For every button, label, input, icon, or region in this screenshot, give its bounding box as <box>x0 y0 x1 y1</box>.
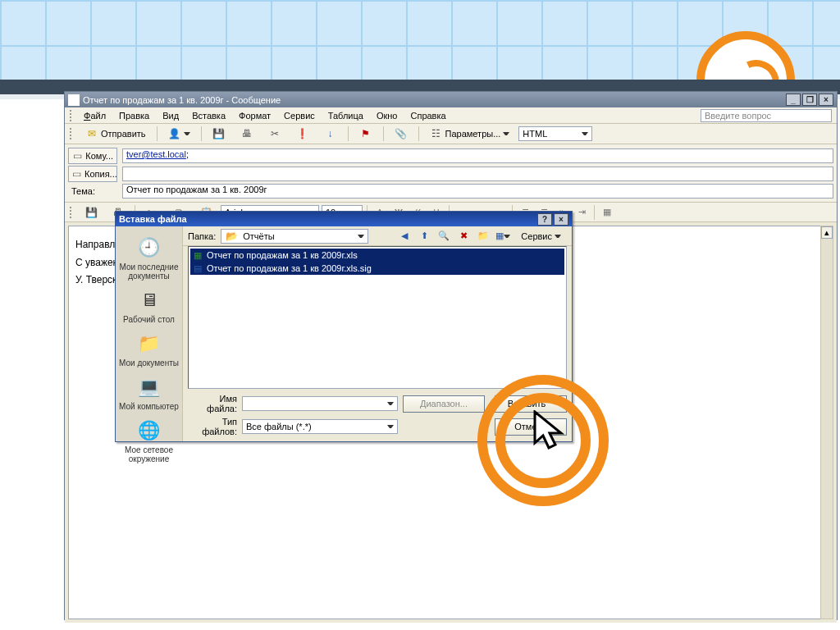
menu-insert[interactable]: Вставка <box>186 109 231 122</box>
menu-view[interactable]: Вид <box>157 109 185 122</box>
save-icon: 💾 <box>212 127 226 140</box>
filename-label: Имя файла: <box>188 394 237 413</box>
ask-question-input[interactable]: Введите вопрос <box>701 109 832 122</box>
close-button[interactable]: × <box>819 94 833 106</box>
menu-tools[interactable]: Сервис <box>278 109 321 122</box>
flag-icon: ⚑ <box>359 127 372 140</box>
places-desktop[interactable]: 🖥 Рабочий стол <box>117 284 181 326</box>
options-icon: ☷ <box>430 127 443 140</box>
menu-file[interactable]: Файл <box>78 109 112 122</box>
print-button[interactable]: 🖶 <box>235 126 259 142</box>
send-icon: ✉ <box>85 127 98 140</box>
window-title: Отчет по продажам за 1 кв. 2009г - Сообщ… <box>83 95 281 105</box>
menubar-grip[interactable] <box>70 110 73 121</box>
flag-button[interactable]: ⚑ <box>354 126 378 142</box>
save-button[interactable]: 💾 <box>207 126 231 142</box>
network-icon: 🌐 <box>136 418 162 444</box>
cc-button[interactable]: ▭Копия... <box>68 166 117 182</box>
book-icon: ▭ <box>72 167 81 180</box>
app-icon: ✉ <box>68 94 80 106</box>
cut-button[interactable]: ✂ <box>262 126 287 142</box>
book-icon: ▭ <box>72 149 82 162</box>
menubar: Файл Правка Вид Вставка Формат Сервис Та… <box>65 107 837 124</box>
insert-file-dialog: Вставка файла ? × 🕘 Мои последние докуме… <box>115 211 573 442</box>
cc-field[interactable] <box>122 167 833 181</box>
send-button[interactable]: ✉ Отправить <box>80 126 152 142</box>
format-combo[interactable]: HTML <box>518 126 592 141</box>
folder-combo[interactable]: 📂 Отчёты <box>221 229 368 244</box>
delete-button[interactable]: ✖ <box>456 229 471 244</box>
subject-field[interactable]: Отчет по продажам за 1 кв. 2009г <box>122 184 833 199</box>
scroll-up-button[interactable]: ▴ <box>821 226 833 239</box>
places-network[interactable]: 🌐 Мое сетевое окружение <box>117 414 181 465</box>
file-list[interactable]: ▦ Отчет по продажам за 1 кв 2009г.xls ▤ … <box>188 246 567 389</box>
toolbar-grip[interactable] <box>70 128 73 139</box>
subject-label: Тема: <box>68 186 117 196</box>
up-button[interactable]: ⬆ <box>417 229 431 244</box>
importance-high-button[interactable]: ❗ <box>290 126 315 142</box>
main-toolbar: ✉ Отправить 👤 💾 🖶 ✂ ❗ ↓ ⚑ 📎 ☷ Параметры.… <box>65 124 837 144</box>
recent-icon: 🕘 <box>136 235 162 261</box>
tools-menu[interactable]: Сервис <box>515 228 567 244</box>
to-field[interactable]: tver@test.local; <box>122 148 833 163</box>
save-icon: 💾 <box>84 206 98 219</box>
exclamation-icon: ❗ <box>296 127 309 140</box>
search-button[interactable]: 🔍 <box>436 229 451 244</box>
titlebar[interactable]: ✉ Отчет по продажам за 1 кв. 2009г - Соо… <box>65 92 837 107</box>
cut-icon: ✂ <box>268 127 281 140</box>
indent-button[interactable]: ⇥ <box>573 204 590 221</box>
file-row[interactable]: ▤ Отчет по продажам за 1 кв 2009г.xls.si… <box>190 262 564 275</box>
importance-low-button[interactable]: ↓ <box>318 126 343 142</box>
dialog-close-button[interactable]: × <box>554 213 568 226</box>
insert-object-button[interactable]: ▦ <box>599 204 615 221</box>
vertical-scrollbar[interactable]: ▴ <box>820 226 833 619</box>
menu-table[interactable]: Таблица <box>322 109 369 122</box>
restore-button[interactable]: ❐ <box>802 94 817 106</box>
menu-window[interactable]: Окно <box>371 109 404 122</box>
places-mycomp[interactable]: 💻 Мой компьютер <box>117 371 181 413</box>
views-button[interactable]: ▦ <box>495 229 510 244</box>
options-button[interactable]: ☷ Параметры... <box>424 126 516 142</box>
folder-icon: 📂 <box>225 230 238 243</box>
range-button[interactable]: Диапазон... <box>403 395 485 413</box>
dialog-help-button[interactable]: ? <box>537 213 552 226</box>
dialog-title: Вставка файла <box>119 214 187 224</box>
filetype-label: Тип файлов: <box>188 417 237 436</box>
newfolder-button[interactable]: 📁 <box>476 229 491 244</box>
fmt-grip[interactable] <box>70 207 73 218</box>
dialog-topbar: Папка: 📂 Отчёты ◀ ⬆ 🔍 ✖ 📁 ▦ Сервис <box>183 226 572 246</box>
places-bar: 🕘 Мои последние документы 🖥 Рабочий стол… <box>116 226 183 441</box>
accounts-icon: 👤 <box>168 127 181 140</box>
mydocs-icon: 📁 <box>136 331 162 357</box>
dialog-titlebar[interactable]: Вставка файла ? × <box>116 212 572 226</box>
arrow-down-icon: ↓ <box>324 127 337 140</box>
attach-button[interactable]: 📎 <box>389 126 413 142</box>
places-mydocs[interactable]: 📁 Мои документы <box>117 327 181 369</box>
print-icon: 🖶 <box>240 127 253 140</box>
filetype-combo[interactable]: Все файлы (*.*) <box>242 419 398 434</box>
cancel-button[interactable]: Отмена <box>495 418 567 436</box>
desktop-icon: 🖥 <box>136 287 162 313</box>
minimize-button[interactable]: _ <box>786 94 801 106</box>
file-row[interactable]: ▦ Отчет по продажам за 1 кв 2009г.xls <box>190 249 564 262</box>
places-recent[interactable]: 🕘 Мои последние документы <box>117 231 181 282</box>
xls-icon: ▦ <box>192 249 203 261</box>
save-button-2[interactable]: 💾 <box>79 204 103 221</box>
accounts-dropdown[interactable]: 👤 <box>162 126 196 142</box>
attach-icon: 📎 <box>395 127 408 140</box>
dialog-bottom: Имя файла: Диапазон... Вставить Тип файл… <box>183 389 572 441</box>
to-button[interactable]: ▭Кому... <box>68 148 117 164</box>
mycomp-icon: 💻 <box>136 374 162 400</box>
menu-format[interactable]: Формат <box>233 109 276 122</box>
insert-button[interactable]: Вставить <box>495 395 567 413</box>
filename-combo[interactable] <box>242 396 398 411</box>
back-button[interactable]: ◀ <box>397 229 412 244</box>
menu-help[interactable]: Справка <box>404 109 451 122</box>
menu-edit[interactable]: Правка <box>113 109 155 122</box>
folder-label: Папка: <box>188 231 216 241</box>
message-header: ▭Кому... tver@test.local; ▭Копия... Тема… <box>65 144 837 203</box>
sig-icon: ▤ <box>192 262 203 274</box>
